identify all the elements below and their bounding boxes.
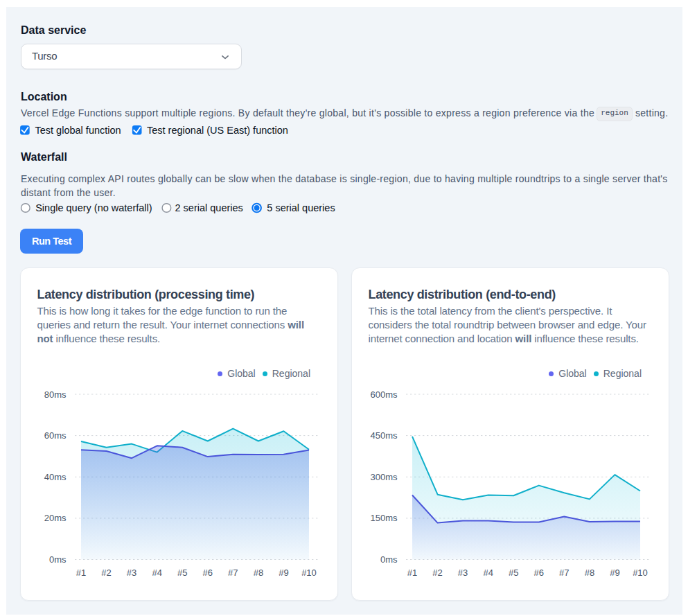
svg-text:0ms: 0ms bbox=[380, 554, 398, 565]
svg-text:#9: #9 bbox=[279, 567, 288, 578]
svg-text:#10: #10 bbox=[633, 567, 648, 578]
svg-text:#6: #6 bbox=[203, 567, 213, 578]
svg-text:#10: #10 bbox=[301, 567, 317, 578]
svg-text:#5: #5 bbox=[509, 567, 518, 578]
svg-text:80ms: 80ms bbox=[44, 389, 67, 400]
svg-text:#9: #9 bbox=[610, 567, 619, 578]
svg-text:#1: #1 bbox=[76, 567, 86, 578]
svg-text:#2: #2 bbox=[101, 567, 111, 578]
svg-text:#4: #4 bbox=[152, 567, 161, 578]
svg-text:#2: #2 bbox=[432, 567, 442, 578]
svg-text:#6: #6 bbox=[534, 567, 544, 578]
svg-text:#3: #3 bbox=[127, 567, 136, 578]
svg-text:60ms: 60ms bbox=[44, 430, 67, 441]
svg-text:#7: #7 bbox=[559, 567, 569, 578]
svg-text:#7: #7 bbox=[228, 567, 238, 578]
svg-text:#8: #8 bbox=[254, 567, 263, 578]
svg-text:#4: #4 bbox=[483, 567, 493, 578]
svg-text:#8: #8 bbox=[585, 567, 594, 578]
svg-text:20ms: 20ms bbox=[44, 513, 67, 523]
svg-text:#5: #5 bbox=[177, 567, 187, 578]
svg-text:#3: #3 bbox=[458, 567, 468, 578]
svg-text:0ms: 0ms bbox=[49, 554, 67, 565]
svg-text:600ms: 600ms bbox=[370, 389, 398, 400]
svg-text:450ms: 450ms bbox=[370, 430, 398, 441]
svg-text:40ms: 40ms bbox=[44, 472, 67, 482]
svg-text:300ms: 300ms bbox=[370, 472, 398, 482]
svg-text:#1: #1 bbox=[407, 567, 417, 578]
svg-text:150ms: 150ms bbox=[370, 513, 398, 523]
